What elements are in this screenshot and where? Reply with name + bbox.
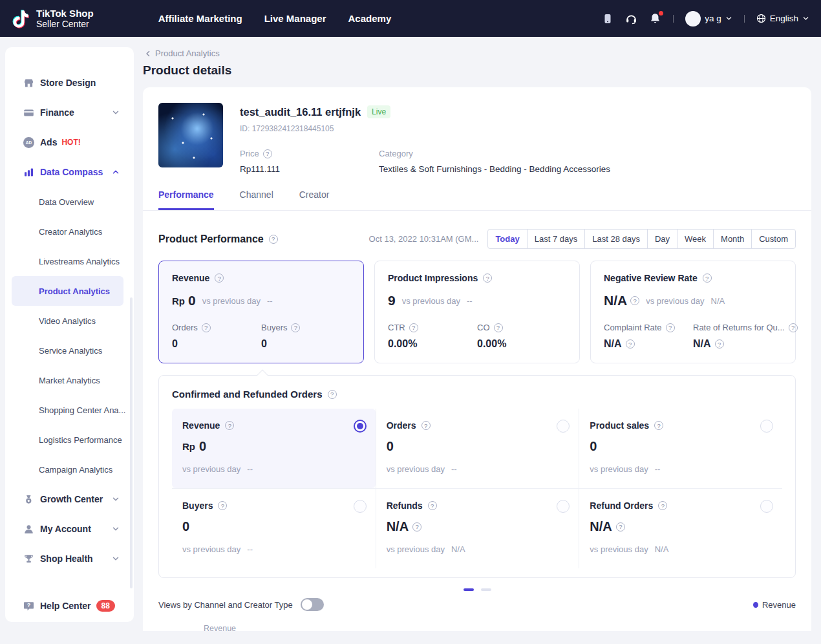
- compare-label: vs previous day: [590, 464, 648, 474]
- sidebar-item-market-analytics[interactable]: Market Analytics: [5, 365, 134, 395]
- order-card-product-sales[interactable]: Product sales? 0 vs previous day--: [579, 409, 782, 488]
- question-circle-icon[interactable]: ?: [263, 149, 272, 158]
- question-circle-icon[interactable]: ?: [483, 274, 492, 283]
- notifications-bell-icon[interactable]: [649, 12, 661, 25]
- brand-line1: TikTok Shop: [36, 8, 94, 19]
- range-custom[interactable]: Custom: [751, 229, 796, 249]
- order-card-refund-orders[interactable]: Refund Orders? N/A? vs previous dayN/A: [579, 488, 782, 568]
- support-headset-icon[interactable]: [625, 12, 637, 25]
- question-circle-icon[interactable]: ?: [202, 323, 211, 332]
- currency-prefix: Rp: [172, 295, 185, 306]
- sidebar-item-label: Shop Health: [40, 553, 93, 564]
- toggle-knob: [302, 599, 312, 610]
- sidebar-item-product-analytics[interactable]: Product Analytics: [12, 276, 123, 306]
- nav-affiliate-marketing[interactable]: Affiliate Marketing: [158, 13, 242, 24]
- range-month[interactable]: Month: [713, 229, 752, 249]
- brand-logo[interactable]: TikTok Shop Seller Center: [9, 8, 94, 30]
- range-week[interactable]: Week: [677, 229, 714, 249]
- question-circle-icon[interactable]: ?: [630, 296, 639, 305]
- top-nav: Affiliate Marketing Live Manager Academy: [158, 13, 392, 24]
- chart-axis-label: Revenue: [204, 624, 796, 631]
- question-circle-icon[interactable]: ?: [428, 501, 437, 510]
- product-info: test_audit_16.11 ertjfnjk Live ID: 17293…: [240, 103, 610, 174]
- tab-performance[interactable]: Performance: [158, 189, 214, 210]
- order-card-buyers[interactable]: Buyers? 0 vs previous day--: [172, 488, 376, 568]
- breadcrumb-label: Product Analytics: [155, 48, 220, 58]
- compare-label: vs previous day: [202, 296, 261, 306]
- mobile-app-icon[interactable]: [602, 13, 613, 25]
- question-circle-icon[interactable]: ?: [215, 274, 224, 283]
- question-circle-icon[interactable]: ?: [225, 421, 234, 430]
- sidebar-item-campaign-analytics[interactable]: Campaign Analytics: [5, 455, 134, 484]
- panel-pointer-notch: [257, 370, 268, 381]
- sidebar-scrollbar[interactable]: [130, 297, 133, 588]
- order-card-orders[interactable]: Orders? 0 vs previous day--: [376, 409, 579, 488]
- bar-chart-icon: [23, 167, 34, 178]
- legend-revenue[interactable]: Revenue: [753, 600, 796, 610]
- submetric-value: 0: [172, 338, 261, 350]
- radio-unselected[interactable]: [760, 420, 773, 433]
- radio-unselected[interactable]: [557, 500, 570, 513]
- pagination-dot-active[interactable]: [464, 588, 474, 591]
- nav-live-manager[interactable]: Live Manager: [264, 13, 326, 24]
- sidebar-item-my-account[interactable]: My Account: [5, 514, 134, 544]
- question-circle-icon[interactable]: ?: [291, 323, 300, 332]
- metric-card-revenue[interactable]: Revenue? Rp0 vs previous day -- Orders? …: [158, 261, 364, 363]
- metric-card-product-impressions[interactable]: Product Impressions? 9 vs previous day -…: [374, 261, 580, 363]
- sidebar-item-service-analytics[interactable]: Service Analytics: [5, 336, 134, 365]
- range-last-7-days[interactable]: Last 7 days: [527, 229, 586, 249]
- sidebar-item-finance[interactable]: Finance: [5, 98, 134, 127]
- user-menu[interactable]: ya g: [685, 11, 732, 27]
- range-today[interactable]: Today: [487, 229, 527, 249]
- sidebar-item-label: Growth Center: [40, 494, 103, 504]
- range-last-28-days[interactable]: Last 28 days: [584, 229, 648, 249]
- radio-unselected[interactable]: [557, 420, 570, 433]
- order-metric-value: N/A: [590, 519, 612, 534]
- question-circle-icon[interactable]: ?: [654, 421, 663, 430]
- tab-channel[interactable]: Channel: [240, 189, 273, 210]
- store-icon: [23, 78, 34, 89]
- question-circle-icon[interactable]: ?: [494, 323, 503, 332]
- nav-academy[interactable]: Academy: [348, 13, 392, 24]
- sidebar-item-help-center[interactable]: ? Help Center 88: [5, 591, 134, 621]
- tab-creator[interactable]: Creator: [299, 189, 330, 210]
- question-circle-icon[interactable]: ?: [789, 323, 798, 332]
- question-circle-icon[interactable]: ?: [666, 323, 675, 332]
- sidebar-item-creator-analytics[interactable]: Creator Analytics: [5, 217, 134, 246]
- language-selector[interactable]: English: [756, 14, 809, 23]
- radio-unselected[interactable]: [354, 500, 367, 513]
- question-circle-icon[interactable]: ?: [658, 501, 667, 510]
- order-card-revenue[interactable]: Revenue? Rp0 vs previous day--: [172, 409, 376, 488]
- sidebar-item-growth-center[interactable]: Growth Center: [5, 484, 134, 514]
- range-day[interactable]: Day: [647, 229, 677, 249]
- question-circle-icon[interactable]: ?: [328, 390, 337, 399]
- radio-selected[interactable]: [354, 420, 367, 433]
- sidebar-item-logistics-performance[interactable]: Logistics Performance: [5, 425, 134, 455]
- order-card-refunds[interactable]: Refunds? N/A? vs previous dayN/A: [376, 488, 579, 568]
- question-circle-icon[interactable]: ?: [421, 421, 431, 430]
- sidebar-item-store-design[interactable]: Store Design: [5, 68, 134, 98]
- question-circle-icon[interactable]: ?: [703, 274, 712, 283]
- sidebar-item-ads[interactable]: AD Ads HOT!: [5, 127, 134, 157]
- metric-card-negative-review-rate[interactable]: Negative Review Rate? N/A? vs previous d…: [590, 261, 796, 363]
- question-circle-icon[interactable]: ?: [616, 522, 625, 531]
- sidebar-item-video-analytics[interactable]: Video Analytics: [5, 306, 134, 336]
- ads-icon: AD: [23, 137, 34, 148]
- question-circle-icon[interactable]: ?: [269, 235, 278, 244]
- sidebar-item-shopping-center-analytics[interactable]: Shopping Center Ana...: [5, 395, 134, 425]
- question-circle-icon[interactable]: ?: [409, 323, 418, 332]
- date-range-text[interactable]: Oct 13, 2022 10:31AM (GM...: [369, 234, 479, 244]
- views-by-channel-toggle[interactable]: [301, 598, 324, 611]
- sidebar-item-data-compass[interactable]: Data Compass: [5, 157, 134, 187]
- question-circle-icon[interactable]: ?: [218, 501, 227, 510]
- product-id: ID: 1729382412318445105: [240, 124, 610, 133]
- sidebar-item-data-overview[interactable]: Data Overview: [5, 187, 134, 217]
- sidebar-item-livestreams-analytics[interactable]: Livestreams Analytics: [5, 246, 134, 276]
- sidebar-item-shop-health[interactable]: Shop Health: [5, 544, 134, 574]
- pagination-dot[interactable]: [481, 588, 491, 591]
- breadcrumb[interactable]: Product Analytics: [143, 48, 811, 58]
- question-circle-icon[interactable]: ?: [715, 339, 724, 349]
- question-circle-icon[interactable]: ?: [412, 522, 421, 531]
- question-circle-icon[interactable]: ?: [626, 339, 635, 349]
- radio-unselected[interactable]: [760, 500, 773, 513]
